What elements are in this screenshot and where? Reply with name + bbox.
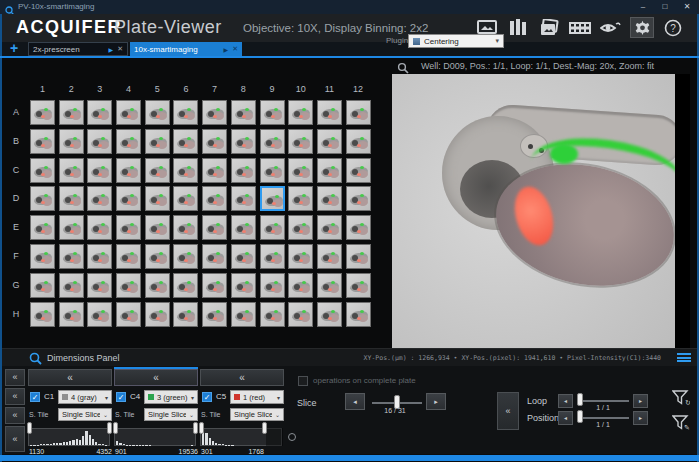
collapse-projection-button[interactable]: « [5,407,25,424]
tab-close-icon[interactable]: ✕ [232,45,238,53]
minimize-button[interactable]: – [633,0,653,13]
well-thumbnail-F6[interactable] [173,244,198,269]
projection-dropdown[interactable]: Single Slice ⌄ [230,408,284,421]
well-thumbnail-G8[interactable] [231,273,256,298]
projection-dropdown[interactable]: Single Slice ⌄ [58,408,112,421]
well-thumbnail-G2[interactable] [59,273,84,298]
min-intensity-handle[interactable] [199,422,204,434]
min-intensity-handle[interactable] [113,422,118,434]
well-thumbnail-F12[interactable] [346,244,371,269]
well-thumbnail-E2[interactable] [59,215,84,240]
well-thumbnail-F9[interactable] [260,244,285,269]
well-thumbnail-C11[interactable] [317,158,342,183]
well-thumbnail-C4[interactable] [116,158,141,183]
tab-play-icon[interactable]: ▶ [109,46,114,53]
well-thumbnail-H12[interactable] [346,302,371,327]
well-thumbnail-C9[interactable] [260,158,285,183]
well-thumbnail-G12[interactable] [346,273,371,298]
plate-columns-icon[interactable] [506,17,530,38]
well-thumbnail-F4[interactable] [116,244,141,269]
well-thumbnail-C3[interactable] [87,158,112,183]
collapse-channel-button[interactable]: « [28,369,112,386]
well-thumbnail-G3[interactable] [87,273,112,298]
gallery-icon[interactable] [537,17,561,38]
well-thumbnail-E11[interactable] [317,215,342,240]
well-thumbnail-B10[interactable] [288,129,313,154]
well-thumbnail-F7[interactable] [202,244,227,269]
slice-next-button[interactable]: ▸ [426,393,446,410]
well-thumbnail-B6[interactable] [173,129,198,154]
well-thumbnail-H1[interactable] [30,302,55,327]
position-prev-button[interactable]: ◂ [558,411,573,425]
well-thumbnail-E6[interactable] [173,215,198,240]
well-thumbnail-D8[interactable] [231,186,256,211]
well-thumbnail-C7[interactable] [202,158,227,183]
well-thumbnail-B7[interactable] [202,129,227,154]
projection-dropdown[interactable]: Single Slice ⌄ [144,408,198,421]
well-thumbnail-H4[interactable] [116,302,141,327]
well-thumbnail-G9[interactable] [260,273,285,298]
well-thumbnail-A3[interactable] [87,100,112,125]
well-thumbnail-D3[interactable] [87,186,112,211]
well-thumbnail-A10[interactable] [288,100,313,125]
well-thumbnail-A8[interactable] [231,100,256,125]
well-thumbnail-G5[interactable] [145,273,170,298]
well-thumbnail-A12[interactable] [346,100,371,125]
well-thumbnail-D5[interactable] [145,186,170,211]
well-thumbnail-B11[interactable] [317,129,342,154]
well-thumbnail-H2[interactable] [59,302,84,327]
lut-dropdown[interactable]: 4 (gray) ▾ [58,390,112,404]
max-intensity-handle[interactable] [262,422,267,434]
filmstrip-icon[interactable] [568,17,592,38]
well-thumbnail-F11[interactable] [317,244,342,269]
well-thumbnail-G7[interactable] [202,273,227,298]
well-thumbnail-B4[interactable] [116,129,141,154]
well-thumbnail-H8[interactable] [231,302,256,327]
well-thumbnail-B2[interactable] [59,129,84,154]
well-thumbnail-H6[interactable] [173,302,198,327]
well-thumbnail-D12[interactable] [346,186,371,211]
well-thumbnail-E4[interactable] [116,215,141,240]
add-tab-button[interactable]: + [10,40,18,56]
min-intensity-handle[interactable] [27,422,32,434]
well-thumbnail-D7[interactable] [202,186,227,211]
well-thumbnail-H3[interactable] [87,302,112,327]
well-thumbnail-H11[interactable] [317,302,342,327]
loop-prev-button[interactable]: ◂ [558,394,573,408]
channel-checkbox[interactable]: ✓ [116,392,126,402]
well-thumbnail-H10[interactable] [288,302,313,327]
position-next-button[interactable]: ▸ [633,411,648,425]
well-thumbnail-E7[interactable] [202,215,227,240]
well-thumbnail-B9[interactable] [260,129,285,154]
tab-close-icon[interactable]: ✕ [117,45,123,53]
collapse-loop-panel-button[interactable]: « [497,392,519,430]
well-thumbnail-C8[interactable] [231,158,256,183]
well-thumbnail-F5[interactable] [145,244,170,269]
well-thumbnail-A4[interactable] [116,100,141,125]
well-thumbnail-E10[interactable] [288,215,313,240]
lut-dropdown[interactable]: 3 (green) ▾ [144,390,198,404]
well-thumbnail-E1[interactable] [30,215,55,240]
well-thumbnail-D10[interactable] [288,186,313,211]
collapse-channel-button[interactable]: « [200,369,284,386]
collapse-channels-button[interactable]: « [5,388,25,405]
well-thumbnail-E8[interactable] [231,215,256,240]
well-thumbnail-A2[interactable] [59,100,84,125]
close-button[interactable]: ✕ [677,0,697,13]
well-thumbnail-A7[interactable] [202,100,227,125]
well-thumbnail-H5[interactable] [145,302,170,327]
filter-loop-icon[interactable]: ↻ [671,389,691,408]
well-thumbnail-C1[interactable] [30,158,55,183]
max-intensity-handle[interactable] [193,422,198,434]
well-thumbnail-C5[interactable] [145,158,170,183]
slice-prev-button[interactable]: ◂ [345,393,365,410]
well-thumbnail-D1[interactable] [30,186,55,211]
well-thumbnail-H9[interactable] [260,302,285,327]
well-thumbnail-B1[interactable] [30,129,55,154]
reset-display-button[interactable] [288,433,296,441]
well-thumbnail-G4[interactable] [116,273,141,298]
well-thumbnail-E3[interactable] [87,215,112,240]
complete-plate-checkbox[interactable] [298,376,308,386]
help-icon[interactable]: ? [661,17,685,38]
well-thumbnail-B5[interactable] [145,129,170,154]
